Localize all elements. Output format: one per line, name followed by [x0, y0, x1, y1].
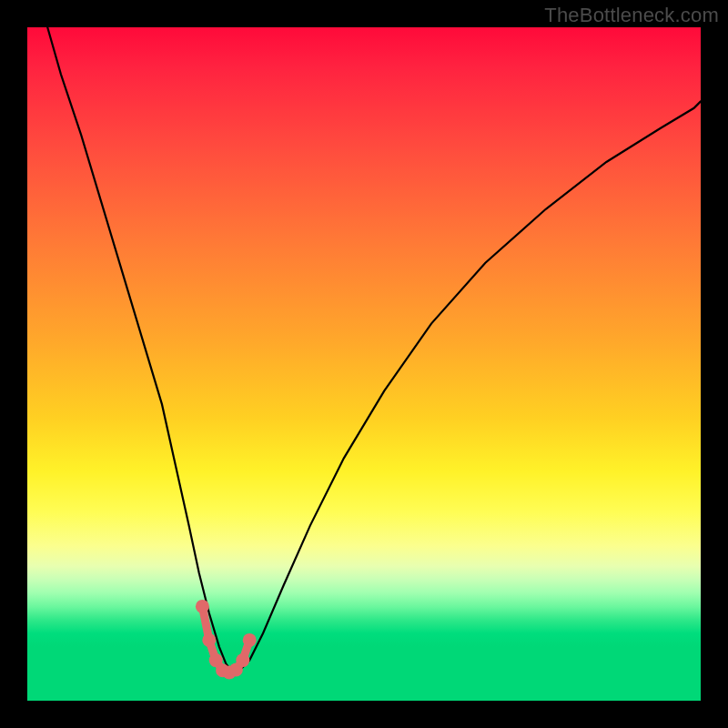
bottleneck-curve-right	[233, 101, 701, 672]
optimal-region-dot	[202, 633, 216, 647]
optimal-region-dots	[196, 600, 257, 680]
plot-area	[27, 27, 701, 701]
optimal-region-dot	[243, 633, 257, 647]
bottleneck-curve-left	[47, 27, 233, 672]
curve-layer	[27, 27, 701, 701]
optimal-region-dot	[236, 653, 249, 667]
watermark-text: TheBottleneck.com	[544, 4, 719, 27]
optimal-region-dot	[196, 600, 209, 613]
chart-container: TheBottleneck.com	[0, 0, 728, 728]
